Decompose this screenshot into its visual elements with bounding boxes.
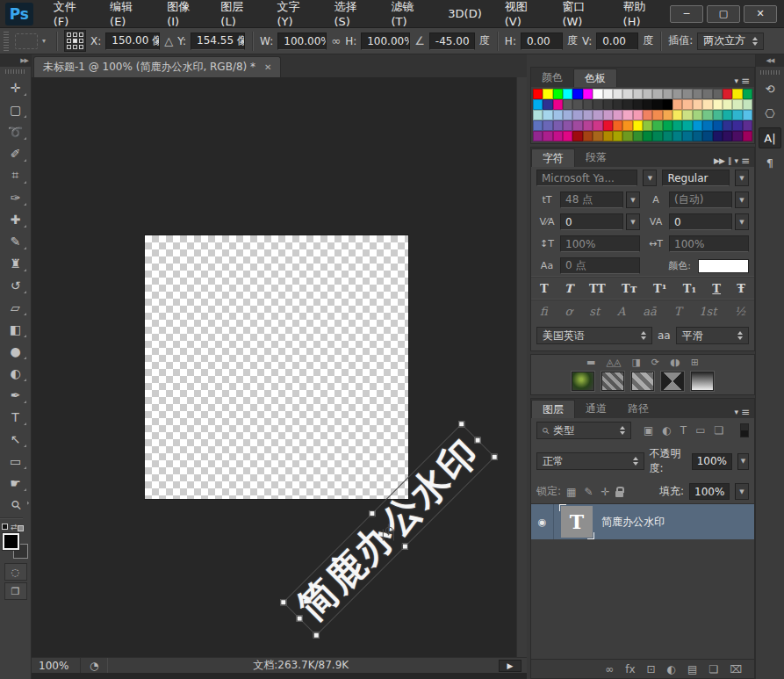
vertical-scale-input[interactable]: 100% [560,235,640,252]
swatch[interactable] [743,131,752,141]
foreground-color-chip[interactable] [3,533,19,550]
height-input[interactable]: 100.00% [361,33,410,50]
lock-all-icon[interactable] [615,491,623,497]
swatch[interactable] [723,89,732,99]
lock-transparency-icon[interactable]: ▦ [566,486,576,498]
swatch[interactable] [643,131,652,141]
swatch[interactable] [643,89,652,99]
gradient-preset[interactable] [601,372,624,391]
swatch[interactable] [543,99,552,110]
strikethrough-button[interactable]: Ŧ [737,282,745,295]
font-family-dropdown-icon[interactable]: ▼ [643,170,657,186]
swatch[interactable] [732,110,742,120]
toolbar-collapse-button[interactable]: ▶▶ [0,54,31,67]
swatch[interactable] [563,131,572,141]
interpolation-select[interactable]: 两次立方 [697,33,764,50]
menu-filter[interactable]: 滤镜(T) [379,0,436,28]
swatch[interactable] [693,99,702,110]
filter-smart-objects-icon[interactable]: ❏ [715,424,724,437]
x-input[interactable]: 150.00 像素 [105,33,160,50]
eyedropper-tool[interactable]: ✑ [3,186,29,208]
swatch[interactable] [693,89,702,99]
all-caps-button[interactable]: TT [589,282,606,295]
type-tool[interactable]: T [3,406,29,428]
history-brush-tool[interactable]: ↺ [3,274,29,296]
layer-group-icon[interactable]: ▤ [687,663,697,675]
pen-tool[interactable]: ✒ [3,384,29,406]
swatch[interactable] [563,110,572,120]
swatch[interactable] [583,120,593,131]
skew-h-input[interactable]: 0.00 [521,33,563,50]
minimize-button[interactable]: ─ [670,5,703,23]
font-family-select[interactable]: Microsoft Ya... [536,170,637,186]
discretionary-ligatures-button[interactable]: st [589,305,600,318]
swatch[interactable] [593,110,602,120]
adjustment-layer-icon[interactable]: ◐ [667,663,676,675]
preset-icon[interactable]: ⟳ [651,357,659,368]
layer-row[interactable]: ◉ T 简鹿办公水印 [531,504,754,539]
swatch[interactable] [613,120,622,131]
document-tab[interactable]: 未标题-1 @ 100% (简鹿办公水印, RGB/8) * ✕ [33,56,281,77]
gradient-preset[interactable] [691,372,714,391]
swatch[interactable] [643,99,652,110]
swatch[interactable] [643,110,652,120]
fill-input[interactable]: 100% [689,483,730,500]
swatch[interactable] [723,110,732,120]
swatch[interactable] [603,89,613,99]
swatch[interactable] [533,89,543,99]
antialias-select[interactable]: 平滑 [676,327,749,344]
screen-mode-button[interactable]: ❐ [4,582,27,600]
horizontal-scale-input[interactable]: 100% [669,235,749,252]
tool-preset-arrow-icon[interactable]: ▾ [42,37,46,45]
zoom-level-field[interactable]: 100% [32,658,81,673]
swatch[interactable] [613,99,622,110]
swatch[interactable] [533,110,543,120]
swatch[interactable] [713,110,723,120]
swatch[interactable] [603,131,613,141]
swatch[interactable] [723,120,732,131]
text-color-swatch[interactable] [698,259,749,273]
brush-tool[interactable]: ✎ [3,230,29,252]
ligatures-button[interactable]: fi [540,305,548,318]
swatch[interactable] [622,120,632,131]
menu-file[interactable]: 文件(F) [42,0,98,28]
layer-visibility-eye-icon[interactable]: ◉ [531,504,554,539]
swatch[interactable] [633,120,643,131]
transform-reference-point[interactable] [384,525,393,535]
leading-dropdown-icon[interactable]: ▼ [735,191,749,208]
transform-handle-bottom-left[interactable] [313,632,320,639]
swatch[interactable] [663,99,673,110]
tab-color[interactable]: 颜色 [531,69,573,87]
gradient-tool[interactable]: ◧ [3,318,29,340]
gradient-preset[interactable] [661,372,684,391]
swatch[interactable] [652,131,662,141]
swatch[interactable] [593,89,602,99]
swatch[interactable] [572,99,582,110]
relative-position-icon[interactable]: △ [164,34,173,47]
swatch[interactable] [702,99,712,110]
tab-close-icon[interactable]: ✕ [264,62,271,72]
swatch[interactable] [682,120,692,131]
move-tool[interactable]: ✛ [3,76,29,98]
link-layers-icon[interactable]: ∞ [605,663,614,675]
swatch[interactable] [723,131,732,141]
swatch[interactable] [553,131,563,141]
swatch[interactable] [732,120,742,131]
angle-input[interactable]: -45.00 [429,33,475,50]
swatch[interactable] [713,131,723,141]
reference-point-locator[interactable] [64,30,86,52]
tab-character[interactable]: 字符 [531,148,575,167]
tab-layers[interactable]: 图层 [531,400,575,418]
new-layer-icon[interactable]: ❏ [708,663,718,675]
swatch[interactable] [533,99,543,110]
filter-toggle-switch[interactable] [740,423,749,437]
swatch[interactable] [723,99,732,110]
skew-v-input[interactable]: 0.00 [596,33,638,50]
healing-brush-tool[interactable]: ✚ [3,208,29,230]
swatch[interactable] [652,110,662,120]
preset-icon[interactable]: ◨ [631,357,640,368]
lock-position-icon[interactable]: ✛ [601,486,609,498]
swatch[interactable] [663,89,673,99]
swatch[interactable] [553,89,563,99]
swatch[interactable] [553,110,563,120]
